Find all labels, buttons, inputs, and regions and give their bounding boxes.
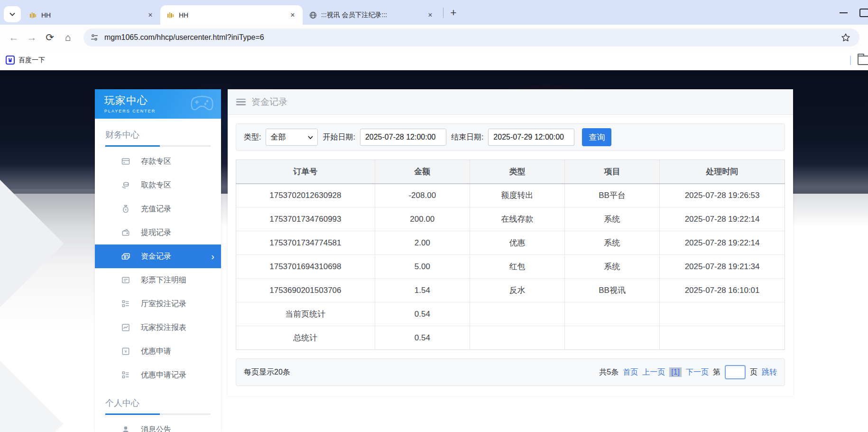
sidebar-item-label: 资金记录 (141, 252, 171, 262)
tab-strip: HH × HH × :::视讯 会员下注纪录::: × + (0, 0, 868, 25)
sidebar-item-messages[interactable]: 消息公告 (95, 418, 221, 432)
window-controls (833, 0, 868, 25)
menu-toggle-icon[interactable] (236, 99, 246, 105)
sidebar-item-lottery-bets[interactable]: 彩票下注明细 (95, 268, 221, 292)
gold-site-favicon (29, 11, 37, 19)
first-page-link[interactable]: 首页 (623, 367, 638, 377)
globe-icon (309, 11, 317, 19)
bet-detail-icon (121, 275, 130, 285)
summary-amount: 0.54 (375, 302, 470, 326)
page-size-text: 每页显示20条 (244, 367, 290, 377)
browser-window: HH × HH × :::视讯 会员下注纪录::: × + ← → ⟳ ⌂ mg… (0, 0, 868, 432)
cell-type: 反水 (470, 279, 564, 302)
tab-video-records[interactable]: :::视讯 会员下注纪录::: × (303, 5, 440, 25)
sidebar-item-deposit[interactable]: 存款专区 (95, 150, 221, 173)
web-page: 玩家中心 PLAYERS CENTER 财务中心 存款专区 取款专区 ¥ 充值记… (0, 70, 868, 432)
sidebar-item-hall-bets[interactable]: 厅室投注记录 (95, 292, 221, 316)
start-date-label: 开始日期: (323, 132, 355, 142)
funds-records-panel: 资金记录 类型: 全部 开始日期: 结束日期: 查询 (228, 89, 793, 396)
cell-order: 1753701734774581 (236, 231, 375, 255)
cell-type: 额度转出 (470, 184, 564, 207)
sidebar-item-label: 优惠申请记录 (141, 370, 186, 380)
prev-page-link[interactable]: 上一页 (642, 367, 665, 377)
funds-table: 订单号 金额 类型 项目 处理时间 1753702012630928 -208.… (236, 160, 785, 350)
url-bar[interactable]: mgm1065.com/hhcp/usercenter.html?iniType… (83, 28, 859, 47)
cell-amount: 2.00 (375, 231, 470, 255)
tab-title: HH (179, 11, 283, 19)
list-icon (121, 370, 130, 380)
sidebar-logo: 玩家中心 PLAYERS CENTER (95, 89, 221, 119)
sidebar-item-recharge-records[interactable]: ¥ 充值记录 (95, 197, 221, 221)
decor-triangle (0, 354, 63, 432)
bookmark-star-icon[interactable] (840, 31, 853, 44)
other-bookmarks-folder-icon[interactable] (858, 56, 868, 65)
sidebar-item-player-report[interactable]: 玩家投注报表 (95, 316, 221, 339)
sidebar-item-cashout-records[interactable]: 提现记录 (95, 221, 221, 244)
page-jump-input[interactable] (725, 365, 746, 379)
type-select[interactable]: 全部 (266, 129, 318, 146)
jump-button[interactable]: 跳转 (762, 367, 777, 377)
cell-amount: -208.00 (375, 184, 470, 207)
col-time: 处理时间 (660, 160, 785, 184)
current-page-indicator: [1] (669, 367, 682, 377)
sidebar-item-withdraw[interactable]: 取款专区 (95, 173, 221, 197)
site-settings-icon[interactable] (90, 33, 99, 42)
cell-order: 1753690201503706 (236, 279, 375, 302)
svg-text:¥: ¥ (125, 208, 127, 211)
tab-close-icon[interactable]: × (425, 10, 435, 20)
end-date-label: 结束日期: (451, 132, 483, 142)
sidebar-item-funds-records[interactable]: 资金记录 › (95, 244, 221, 268)
promo-icon: ¥ (121, 347, 130, 356)
next-page-link[interactable]: 下一页 (686, 367, 709, 377)
cell-order: 1753701734760993 (236, 207, 375, 231)
tab-close-icon[interactable]: × (287, 10, 298, 20)
home-button[interactable]: ⌂ (59, 28, 77, 47)
cell-type: 在线存款 (470, 207, 564, 231)
cell-type: 优惠 (470, 231, 564, 255)
cell-project: BB平台 (565, 184, 660, 207)
start-date-input[interactable] (360, 129, 446, 146)
cell-project: 系统 (565, 207, 660, 231)
col-type: 类型 (470, 160, 564, 184)
summary-label: 当前页统计 (236, 302, 375, 326)
section-underline (105, 145, 211, 147)
list-icon (121, 299, 130, 309)
moneybag-icon: ¥ (121, 204, 130, 214)
reload-button[interactable]: ⟳ (41, 28, 59, 47)
tab-hh-2-active[interactable]: HH × (160, 5, 303, 25)
maximize-button[interactable] (855, 5, 868, 19)
gamepad-icon (190, 94, 214, 112)
cell-time: 2025-07-28 19:21:34 (660, 255, 785, 279)
new-tab-button[interactable]: + (446, 6, 461, 20)
sidebar-item-promo-apply[interactable]: ¥ 优惠申请 (95, 339, 221, 363)
table-header-row: 订单号 金额 类型 项目 处理时间 (236, 160, 785, 184)
back-button[interactable]: ← (5, 28, 23, 47)
filter-bar: 类型: 全部 开始日期: 结束日期: 查询 (236, 123, 785, 151)
cell-order: 1753702012630928 (236, 184, 375, 207)
section-title-finance: 财务中心 (95, 119, 221, 145)
tab-search-button[interactable] (4, 6, 21, 22)
table-row: 1753690201503706 1.54 反水 BB视讯 2025-07-28… (236, 279, 785, 302)
summary-label: 总统计 (236, 326, 375, 350)
panel-header: 资金记录 (228, 89, 793, 115)
cell-project: 系统 (565, 231, 660, 255)
minimize-button[interactable] (833, 5, 855, 19)
tab-hh-1[interactable]: HH × (23, 5, 160, 25)
chevron-down-icon (9, 12, 15, 16)
chevron-down-icon (308, 136, 313, 139)
bookmark-label: 百度一下 (18, 56, 45, 65)
svg-text:¥: ¥ (124, 349, 127, 354)
forward-button[interactable]: → (23, 28, 41, 47)
jump-label-before: 第 (713, 367, 720, 377)
type-select-value: 全部 (270, 132, 286, 142)
tab-close-icon[interactable]: × (145, 10, 156, 20)
table-row: 1753702012630928 -208.00 额度转出 BB平台 2025-… (236, 184, 785, 207)
col-order-no: 订单号 (236, 160, 375, 184)
search-button[interactable]: 查询 (582, 128, 611, 146)
bookmark-baidu[interactable]: 百度一下 (6, 56, 45, 65)
cell-time: 2025-07-28 19:22:14 (660, 231, 785, 255)
sidebar-item-promo-records[interactable]: 优惠申请记录 (95, 363, 221, 387)
end-date-input[interactable] (488, 129, 574, 146)
cell-project: BB视讯 (565, 279, 660, 302)
sidebar-item-label: 优惠申请 (141, 347, 171, 357)
